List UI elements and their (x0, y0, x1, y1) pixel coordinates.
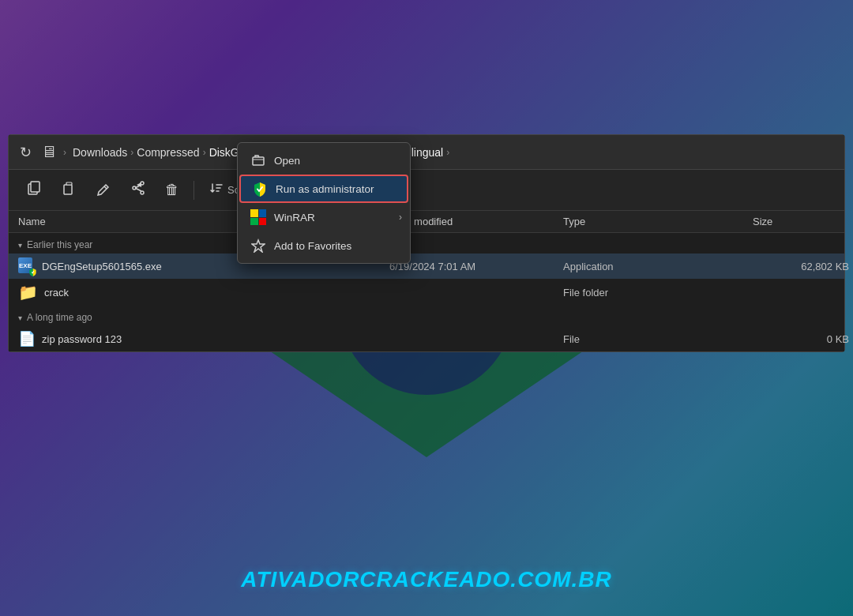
winrar-arrow-icon: › (399, 212, 402, 223)
file-type-cell: File (563, 333, 753, 345)
sort-icon (209, 180, 224, 200)
exe-file-icon: EXE (18, 257, 36, 275)
breadcrumb-sep-1: › (130, 147, 133, 158)
group-chevron-icon: ▾ (18, 314, 22, 322)
rename-icon (96, 180, 111, 200)
address-bar: ↻ 🖥 › Downloads › Compressed › DiskGeniu… (9, 135, 844, 170)
shield-run-icon (252, 181, 268, 197)
file-name-cell: 📁 crack (18, 283, 389, 302)
group-label-text: A long time ago (27, 312, 92, 323)
explorer-window: ↻ 🖥 › Downloads › Compressed › DiskGeniu… (8, 134, 845, 352)
exe-shield-icon (28, 268, 37, 276)
file-type-cell: Application (563, 261, 753, 272)
context-menu-open[interactable]: Open (238, 146, 410, 175)
group-earlier: ▾ Earlier this year (9, 233, 844, 254)
group-chevron-icon: ▾ (18, 241, 22, 250)
file-name-text: crack (44, 287, 69, 299)
group-longtime: ▾ A long time ago (9, 306, 844, 326)
copy-path-icon (26, 180, 42, 200)
col-type[interactable]: Type (563, 216, 753, 227)
file-date-cell: 6/19/2024 7:01 AM (389, 261, 563, 272)
toolbar: 🗑 Sort ▾ View ▾ ... (9, 170, 844, 211)
context-menu: Open Run as administrator WinRAR › (237, 142, 411, 264)
file-list: ▾ Earlier this year EXE DGEngSetup560156… (9, 233, 844, 351)
context-menu-winrar[interactable]: WinRAR › (238, 203, 410, 231)
delete-button[interactable]: 🗑 (157, 177, 187, 203)
context-menu-run-as-admin[interactable]: Run as administrator (239, 175, 408, 203)
table-row[interactable]: EXE DGEngSetup5601565.exe 6/19/2024 7:01… (9, 254, 844, 279)
breadcrumb-sep-3: › (446, 147, 449, 158)
computer-icon: 🖥 (41, 143, 57, 161)
context-menu-add-favorites[interactable]: Add to Favorites (238, 231, 410, 260)
svg-point-5 (141, 182, 144, 185)
text-file-icon: 📄 (18, 330, 36, 347)
trash-icon: 🗑 (165, 182, 179, 198)
breadcrumb-sep-0: › (63, 147, 66, 158)
file-name-text: zip password 123 (42, 333, 122, 345)
breadcrumb-compressed[interactable]: Compressed (137, 146, 199, 159)
open-icon (250, 152, 266, 168)
toolbar-separator (194, 181, 194, 200)
folder-icon: 📁 (18, 283, 38, 302)
rename-button[interactable] (88, 175, 119, 205)
winrar-label: WinRAR (274, 212, 315, 223)
share-icon (130, 180, 146, 200)
svg-rect-7 (253, 157, 264, 165)
svg-rect-3 (66, 182, 72, 185)
share-button[interactable] (122, 175, 154, 205)
file-name-cell: 📄 zip password 123 (18, 330, 389, 347)
paste-button[interactable] (53, 175, 85, 205)
file-size-cell: 0 KB (753, 333, 853, 345)
open-label: Open (274, 155, 300, 167)
copy-path-button[interactable] (18, 175, 50, 205)
col-size[interactable]: Size (753, 216, 853, 227)
favorites-icon (250, 238, 266, 254)
file-name-text: DGEngSetup5601565.exe (42, 261, 162, 272)
file-size-cell: 62,802 KB (753, 261, 853, 272)
svg-rect-2 (64, 185, 72, 194)
refresh-button[interactable]: ↻ (17, 141, 35, 164)
col-date[interactable]: Date modified (389, 216, 563, 227)
run-as-admin-label: Run as administrator (276, 183, 374, 195)
table-row[interactable]: 📄 zip password 123 File 0 KB (9, 326, 844, 351)
winrar-icon (250, 209, 266, 225)
column-headers: Name Date modified Type Size (9, 211, 844, 233)
svg-point-6 (141, 191, 144, 194)
table-row[interactable]: 📁 crack File folder (9, 279, 844, 306)
breadcrumb-sep-2: › (203, 147, 206, 158)
paste-icon (61, 180, 77, 200)
svg-point-4 (133, 186, 136, 190)
breadcrumb-downloads[interactable]: Downloads (73, 146, 127, 159)
add-favorites-label: Add to Favorites (274, 240, 351, 252)
file-type-cell: File folder (563, 287, 753, 299)
svg-rect-1 (31, 182, 39, 192)
watermark: ATIVADORCRACKEADO.COM.BR (0, 567, 853, 592)
group-label-text: Earlier this year (27, 239, 92, 250)
